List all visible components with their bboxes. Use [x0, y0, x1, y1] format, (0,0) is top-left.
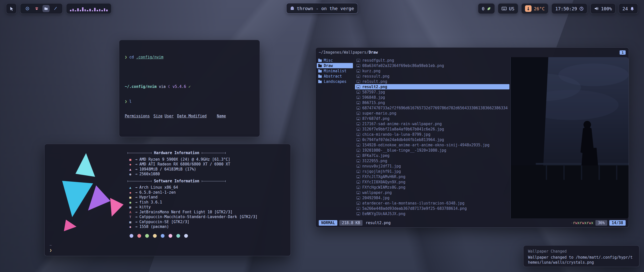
hardware-section-header: Hardware Information	[128, 151, 226, 156]
folder-item[interactable]: Landscapes	[317, 79, 353, 84]
notification-title: Wallpaper Changed	[528, 249, 635, 254]
fetch-info-row: ■ → Hyprland	[128, 195, 284, 200]
system-graph-widget[interactable]	[66, 3, 111, 14]
folder-name: Landscapes	[324, 79, 346, 84]
file-item[interactable]: 20492984.jpg	[355, 195, 509, 200]
folder-item[interactable]: Abstract	[317, 74, 353, 79]
fetch-info-value: fish 3.6.1	[139, 200, 162, 205]
breadcrumb[interactable]: ~/Imagenes/Wallpapers/Draw	[319, 50, 378, 55]
image-file-icon	[356, 196, 360, 199]
arrow-icon: →	[135, 172, 137, 177]
temperature-indicator[interactable]: 26°C	[521, 3, 548, 14]
file-item[interactable]: FXfcII0X0AQyn9X.png	[355, 179, 509, 185]
updates-indicator[interactable]: 0	[478, 3, 495, 14]
file-name: 20492984.jpg	[362, 196, 389, 200]
workspace-paw-icon[interactable]	[33, 5, 40, 12]
file-item[interactable]: result2.png	[355, 84, 509, 89]
file-item[interactable]: 0c794faf07de24a4db4d4fb1eb813964.jpg	[355, 137, 509, 142]
file-item[interactable]: 596848.jpg	[355, 95, 509, 100]
fetch-info-row: ◆ → AMD ATI Radeon RX 6800/6800 XT / 690…	[128, 162, 284, 167]
folder-item[interactable]: Draw	[317, 63, 353, 68]
graph-bar	[82, 7, 84, 11]
file-item[interactable]: 08a634fa02a32364f69ebc86a98eb1eb.png	[355, 63, 509, 68]
image-file-icon	[356, 117, 360, 120]
folder-item[interactable]: Misc	[317, 58, 353, 63]
fetch-info-icon: ■	[128, 157, 133, 162]
fetch-info-value: Arch Linux x86_64	[139, 185, 178, 190]
file-item[interactable]: super-mario.png	[355, 111, 509, 116]
file-item[interactable]: FXfcJlTXgAMvH6R.png	[355, 174, 509, 179]
system-fetch-window[interactable]: Hardware Information ■ → AMD Ryzen 9 590…	[44, 144, 291, 256]
graph-bar	[106, 10, 108, 11]
image-file-icon	[356, 112, 360, 115]
launcher-button[interactable]	[6, 3, 17, 14]
tab-count-badge[interactable]: 1	[620, 50, 626, 55]
arrow-icon: →	[135, 167, 137, 172]
logo-right-triangle	[110, 198, 124, 217]
file-item[interactable]: 154928-odinokoe_anime-art-anime-okno-sin…	[355, 142, 509, 148]
image-file-icon	[356, 133, 360, 136]
file-item[interactable]: chica-mirando-la-luna-8799.jpg	[355, 132, 509, 137]
file-item[interactable]: wallpaper.png	[355, 190, 509, 195]
workspace-brush-icon[interactable]	[52, 5, 59, 12]
notification-popup[interactable]: Wallpaper Changed Wallpaper changed to /…	[523, 245, 639, 267]
file-item[interactable]: re1sult.png	[355, 79, 509, 84]
graph-bar	[72, 9, 74, 11]
file-item[interactable]: 3122955.png	[355, 158, 509, 163]
keyboard-layout-indicator[interactable]: US	[498, 3, 518, 14]
file-list-pane: ressdfgult.png 08a634fa02a32364f69ebc86a…	[354, 57, 510, 218]
arrow-icon: →	[135, 162, 137, 167]
file-item[interactable]: rsjqojlmjhf91.jpg	[355, 169, 509, 174]
workspace-terminal-icon[interactable]	[24, 5, 31, 12]
image-file-icon	[356, 96, 360, 99]
active-window-title-pill[interactable]: thrown - on the verge	[286, 3, 358, 14]
file-item[interactable]: EeNKYgIUcAAJ5JX.png	[355, 211, 509, 216]
file-item[interactable]: 19201080-__blue-tinge__-1920×1080.jpg	[355, 148, 509, 153]
file-name: FXfcII0X0AQyn9X.png	[362, 180, 406, 184]
image-file-icon	[356, 91, 360, 94]
file-item[interactable]: 87r687df.png	[355, 116, 509, 121]
image-file-icon	[356, 170, 360, 173]
fetch-info-value: kitty	[139, 205, 151, 210]
file-item[interactable]: 587597.jpg	[355, 89, 509, 95]
file-item[interactable]: 217167-sad-anime-rain-wallpaper.png	[355, 121, 509, 126]
clock-indicator[interactable]: 17:50:29	[551, 3, 587, 14]
selected-file-name: result2.png	[366, 221, 390, 225]
file-name: 217167-sad-anime-rain-wallpaper.png	[362, 122, 442, 126]
folder-item[interactable]: Minimalist	[317, 68, 353, 74]
file-manager-window[interactable]: ~/Imagenes/Wallpapers/Draw 1 Misc Draw	[315, 47, 629, 228]
file-name: FXfcJlTXgAMvH6R.png	[362, 175, 406, 179]
file-name: wallpaper.png	[362, 190, 392, 195]
volume-indicator[interactable]: 100%	[590, 3, 616, 14]
file-item[interactable]: resssult.png	[355, 74, 509, 79]
file-item[interactable]: ressdfgult.png	[355, 58, 509, 63]
file-item[interactable]: 68747470733a2f2f696d616765732d7769786d70…	[355, 105, 509, 111]
fetch-prompt[interactable]: ~ ❯	[50, 243, 52, 253]
fetch-info-value: 6.5.8-zen1-1-zen	[139, 190, 176, 195]
clock-value: 17:50:29	[555, 6, 577, 11]
file-item[interactable]: atardecer-en-la-montanas-ilustracion-634…	[355, 200, 509, 206]
image-file-icon	[356, 85, 360, 88]
file-item[interactable]: FXfcHgcWIAMzs0G.png	[355, 185, 509, 190]
folder-icon	[318, 70, 322, 73]
image-file-icon	[356, 149, 360, 152]
terminal-command-line: ❯ l	[125, 99, 254, 104]
file-item[interactable]: 8FKa7Cu.jpeg	[355, 153, 509, 158]
image-file-icon	[356, 186, 360, 189]
graph-bar	[99, 9, 101, 11]
image-file-icon	[356, 175, 360, 178]
folder-name: Misc	[324, 58, 333, 63]
logo-bottom-triangle	[64, 220, 76, 231]
file-permissions: -rwxrwxrwx	[571, 221, 593, 225]
file-item[interactable]: nnvuv0xj2df71.jpg	[355, 163, 509, 169]
file-item[interactable]: kurz.png	[355, 68, 509, 74]
file-item[interactable]: 866715.png	[355, 100, 509, 105]
terminal-window[interactable]: ❯ cd .config/nvim ~/.config/nvim via ☾ v…	[119, 40, 260, 137]
arrow-icon: →	[135, 205, 137, 210]
graph-bar	[92, 10, 93, 11]
graph-bar	[104, 8, 105, 11]
file-item[interactable]: 5a266e448add93deab367d87173e9f25-6837886…	[355, 206, 509, 211]
workspace-files-icon[interactable]	[43, 5, 50, 12]
file-item[interactable]: 3126f7e9bbf21a8a4af0b67b041c6e26.jpg	[355, 126, 509, 132]
notifications-indicator[interactable]: 24	[619, 3, 638, 14]
